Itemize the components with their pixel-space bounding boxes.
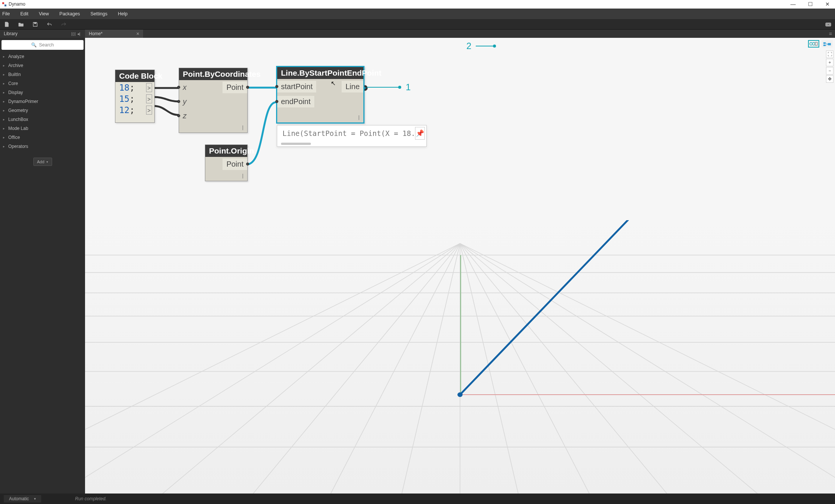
- category-dynamoprimer[interactable]: ▸DynamoPrimer: [0, 97, 85, 106]
- menu-edit[interactable]: Edit: [20, 11, 28, 16]
- library-search-input[interactable]: 🔍 Search: [1, 40, 84, 50]
- main-area: Library |▯| ◂| 🔍 Search ▸Analyze ▸Archiv…: [0, 30, 835, 494]
- search-placeholder: Search: [39, 42, 54, 48]
- library-panel: Library |▯| ◂| 🔍 Search ▸Analyze ▸Archiv…: [0, 30, 85, 494]
- undo-icon[interactable]: [46, 21, 52, 27]
- lacing-icon: |: [357, 115, 360, 120]
- svg-line-37: [826, 44, 828, 45]
- category-analyze[interactable]: ▸Analyze: [0, 52, 85, 61]
- watch-preview-bubble: Line(StartPoint = Point(X = 18.000, Y = …: [277, 125, 427, 147]
- menu-packages[interactable]: Packages: [60, 11, 80, 16]
- input-port-endpoint[interactable]: endPoint: [277, 96, 314, 107]
- svg-rect-34: [823, 45, 826, 46]
- redo-icon[interactable]: [61, 21, 67, 27]
- output-port-icon[interactable]: >: [146, 94, 152, 103]
- watch-scrollbar[interactable]: [281, 143, 311, 145]
- annotation-2: 2: [466, 41, 496, 51]
- node-title: Line.ByStartPointEndPoint: [277, 67, 363, 79]
- camera-icon[interactable]: [825, 21, 831, 27]
- category-lunchbox[interactable]: ▸LunchBox: [0, 115, 85, 124]
- svg-point-31: [813, 43, 815, 45]
- app-title: Dynamo: [9, 1, 25, 7]
- output-port-icon[interactable]: >: [146, 106, 152, 115]
- node-code-block[interactable]: Code Block 18;> 15;> 12;>: [115, 70, 155, 123]
- search-icon: 🔍: [31, 42, 37, 48]
- output-port-line[interactable]: Line: [342, 81, 363, 92]
- tab-label: Home*: [89, 31, 103, 36]
- node-title: Point.Origin: [205, 145, 247, 157]
- category-builtin[interactable]: ▸BuiltIn: [0, 70, 85, 79]
- svg-rect-0: [34, 22, 36, 24]
- pan-button[interactable]: ✥: [826, 75, 834, 83]
- window-maximize-icon[interactable]: ☐: [807, 1, 814, 7]
- viewport-nav-controls: ⛶ + − ✥: [826, 51, 834, 83]
- input-port-z[interactable]: z: [179, 112, 189, 120]
- output-port-icon[interactable]: >: [146, 83, 152, 92]
- library-layout-icon[interactable]: |▯|: [71, 31, 76, 36]
- node-title: Point.ByCoordinates: [179, 68, 247, 80]
- category-geometry[interactable]: ▸Geometry: [0, 106, 85, 115]
- input-port-y[interactable]: y: [179, 97, 189, 106]
- fit-view-button[interactable]: ⛶: [826, 51, 834, 58]
- title-bar: Dynamo — ☐ ✕: [0, 0, 835, 9]
- output-port-point[interactable]: Point: [223, 82, 247, 93]
- zoom-out-button[interactable]: −: [826, 67, 834, 75]
- window-close-icon[interactable]: ✕: [824, 1, 831, 7]
- menu-help[interactable]: Help: [118, 11, 128, 16]
- svg-rect-32: [815, 42, 817, 45]
- library-header: Library |▯| ◂|: [0, 30, 85, 38]
- node-title: Code Block: [115, 70, 154, 82]
- graph-canvas[interactable]: Code Block 18;> 15;> 12;> Point.ByCoordi…: [85, 38, 835, 494]
- nav-3d-button[interactable]: [808, 40, 819, 48]
- cursor-icon: ↖: [331, 80, 336, 87]
- open-file-icon[interactable]: [18, 21, 24, 27]
- workspace-tab-home[interactable]: Home* ×: [85, 30, 143, 38]
- category-display[interactable]: ▸Display: [0, 88, 85, 97]
- window-minimize-icon[interactable]: —: [789, 1, 797, 7]
- node-point-by-coordinates[interactable]: Point.ByCoordinates xPoint y z |: [179, 68, 248, 133]
- zoom-in-button[interactable]: +: [826, 59, 834, 66]
- svg-line-36: [826, 43, 828, 44]
- lacing-icon: |: [241, 173, 244, 179]
- menu-view[interactable]: View: [39, 11, 49, 16]
- tab-close-icon[interactable]: ×: [136, 31, 139, 37]
- tool-bar: [0, 19, 835, 30]
- workspace-tab-bar: Home* × ≡: [85, 30, 835, 38]
- new-file-icon[interactable]: [4, 21, 10, 27]
- svg-point-30: [810, 43, 813, 45]
- viewport-toggle-group: [808, 40, 833, 48]
- library-title: Library: [4, 31, 71, 36]
- watch-text: Line(StartPoint = Point(X = 18.000, Y =: [277, 125, 414, 141]
- workspace-menu-icon[interactable]: ≡: [829, 31, 835, 37]
- menu-bar: File Edit View Packages Settings Help: [0, 9, 835, 19]
- svg-rect-35: [828, 43, 831, 45]
- pin-icon[interactable]: 📌: [415, 127, 425, 140]
- category-modelab[interactable]: ▸Mode Lab: [0, 124, 85, 133]
- svg-point-2: [827, 23, 829, 25]
- menu-file[interactable]: File: [2, 11, 10, 16]
- library-add-button[interactable]: Add▾: [33, 158, 52, 166]
- workspace: Home* × ≡: [85, 30, 835, 494]
- annotation-1: 1: [367, 82, 411, 92]
- input-port-startpoint[interactable]: startPoint: [277, 81, 316, 92]
- nav-graph-button[interactable]: [822, 40, 833, 48]
- run-mode-selector[interactable]: Automatic▾: [4, 495, 41, 503]
- app-logo-icon: [2, 2, 6, 6]
- node-point-origin[interactable]: Point.Origin Point |: [205, 145, 248, 181]
- status-message: Run completed.: [75, 496, 106, 501]
- status-bar: Automatic▾ Run completed.: [0, 494, 835, 504]
- lacing-icon: |: [241, 125, 244, 130]
- output-port-point[interactable]: Point: [223, 158, 247, 170]
- category-core[interactable]: ▸Core: [0, 79, 85, 88]
- library-collapse-icon[interactable]: ◂|: [76, 31, 81, 36]
- category-archive[interactable]: ▸Archive: [0, 61, 85, 70]
- background-grid: [85, 220, 835, 494]
- category-operators[interactable]: ▸Operators: [0, 142, 85, 151]
- input-port-x[interactable]: x: [179, 83, 189, 92]
- menu-settings[interactable]: Settings: [90, 11, 107, 16]
- svg-rect-33: [823, 42, 826, 44]
- node-line-by-start-end[interactable]: Line.ByStartPointEndPoint startPointLine…: [276, 66, 364, 124]
- category-office[interactable]: ▸Office: [0, 133, 85, 142]
- save-icon[interactable]: [32, 21, 38, 27]
